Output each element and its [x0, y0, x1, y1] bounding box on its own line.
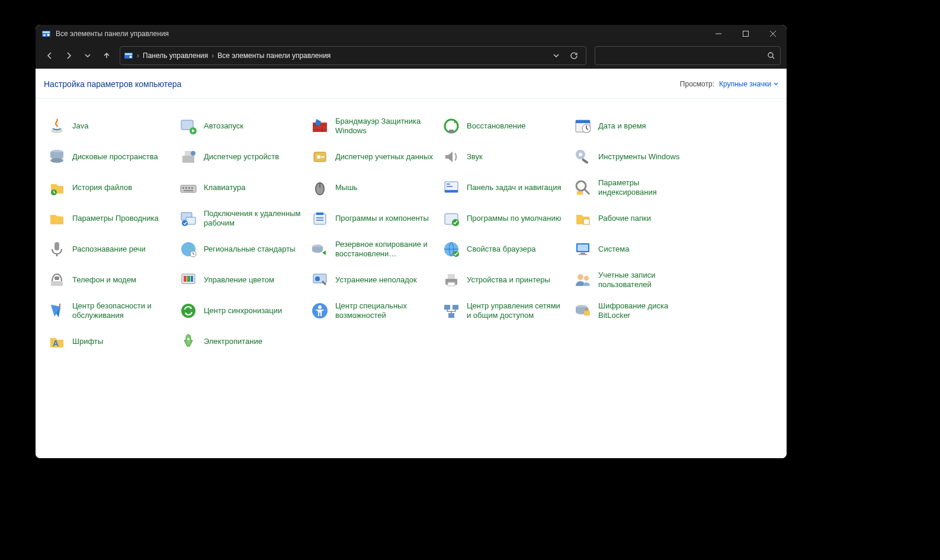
up-button[interactable]	[98, 47, 115, 64]
page-heading: Настройка параметров компьютера	[44, 79, 181, 89]
address-bar[interactable]: › Панель управления › Все элементы панел…	[120, 46, 586, 65]
control-panel-item[interactable]: Центр безопасности и обслуживания	[44, 298, 175, 324]
control-panel-item[interactable]: Программы по умолчанию	[438, 205, 570, 231]
indexing-icon	[573, 178, 592, 197]
svg-point-76	[578, 274, 583, 280]
color-management-icon	[179, 271, 198, 289]
item-label: Мышь	[335, 183, 357, 192]
control-panel-item[interactable]: Устранение неполадок	[307, 267, 438, 293]
control-panel-item[interactable]: Диспетчер учетных данных	[307, 144, 438, 170]
control-panel-icon	[124, 51, 133, 60]
autoplay-icon	[179, 117, 198, 136]
sync-center-icon	[179, 301, 198, 320]
control-panel-item[interactable]: Управление цветом	[175, 267, 307, 293]
control-panel-item[interactable]: Параметры индексирования	[570, 175, 701, 201]
svg-rect-68	[184, 276, 187, 282]
svg-rect-83	[453, 305, 458, 310]
control-panel-item[interactable]: Центр синхронизации	[175, 298, 307, 324]
search-input[interactable]	[595, 46, 781, 65]
control-panel-item[interactable]: Автозапуск	[175, 113, 307, 139]
control-panel-item[interactable]: Центр специальных возможностей	[307, 298, 438, 324]
power-options-icon	[179, 332, 198, 351]
item-label: Параметры Проводника	[72, 214, 159, 223]
titlebar: Все элементы панели управления	[36, 25, 787, 43]
view-by-dropdown[interactable]: Крупные значки	[719, 80, 778, 88]
bitlocker-icon	[573, 301, 592, 320]
recovery-icon	[442, 117, 461, 136]
refresh-button[interactable]	[566, 47, 582, 64]
control-panel-item[interactable]: История файлов	[44, 175, 175, 201]
control-panel-item[interactable]: Система	[570, 236, 701, 262]
control-panel-item[interactable]: Шифрование диска BitLocker	[570, 298, 701, 324]
control-panel-item[interactable]: Звук	[438, 144, 570, 170]
minimize-button[interactable]	[705, 25, 732, 43]
svg-rect-32	[182, 187, 184, 189]
speech-icon	[47, 240, 66, 259]
mouse-icon	[310, 178, 329, 197]
internet-options-icon	[442, 240, 461, 259]
forward-button[interactable]	[60, 47, 77, 64]
breadcrumb-root[interactable]: Панель управления	[143, 52, 208, 60]
recent-locations-button[interactable]	[79, 47, 96, 64]
svg-rect-86	[584, 311, 590, 316]
item-label: Центр синхронизации	[204, 306, 282, 316]
svg-point-28	[579, 153, 582, 156]
control-panel-item[interactable]: Дисковые пространства	[44, 144, 175, 170]
control-panel-item[interactable]: Устройства и принтеры	[438, 267, 570, 293]
item-label: Региональные стандарты	[204, 244, 295, 254]
breadcrumb-current[interactable]: Все элементы панели управления	[217, 52, 331, 60]
control-panel-item[interactable]: Региональные стандарты	[175, 236, 307, 262]
control-panel-app-icon	[41, 29, 51, 38]
control-panel-item[interactable]: Резервное копирование и восстановлени…	[307, 236, 438, 262]
control-panel-item[interactable]: Подключения к удаленным рабочим	[175, 205, 307, 231]
control-panel-item[interactable]: Java	[44, 113, 175, 139]
item-label: Шифрование диска BitLocker	[598, 301, 698, 321]
item-label: Центр безопасности и обслуживания	[72, 301, 172, 321]
fonts-icon: A	[47, 332, 66, 351]
control-panel-item[interactable]: Восстановление	[438, 113, 570, 139]
control-panel-item[interactable]: Панель задач и навигация	[438, 175, 570, 201]
svg-rect-55	[54, 242, 59, 250]
control-panel-item[interactable]: Рабочие папки	[570, 205, 701, 231]
maximize-button[interactable]	[732, 25, 759, 43]
java-icon	[47, 117, 66, 136]
back-button[interactable]	[41, 47, 58, 64]
control-panel-item[interactable]: Программы и компоненты	[307, 205, 438, 231]
svg-rect-82	[444, 305, 450, 310]
item-label: Резервное копирование и восстановлени…	[335, 240, 435, 259]
address-history-button[interactable]	[548, 47, 564, 64]
svg-rect-50	[316, 217, 323, 218]
view-by-value: Крупные значки	[719, 80, 771, 88]
control-panel-item[interactable]: Инструменты Windows	[570, 144, 701, 170]
troubleshooting-icon	[310, 271, 329, 289]
svg-rect-40	[445, 190, 458, 192]
svg-rect-17	[576, 120, 590, 123]
control-panel-item[interactable]: Учетные записи пользователей	[570, 267, 701, 293]
control-panel-item[interactable]: Электропитание	[175, 329, 307, 355]
control-panel-item[interactable]: Параметры Проводника	[44, 205, 175, 231]
item-label: Диспетчер устройств	[204, 152, 279, 162]
search-icon	[767, 52, 775, 60]
control-panel-item[interactable]: Клавиатура	[175, 175, 307, 201]
svg-rect-66	[54, 276, 59, 280]
folder-options-icon	[47, 209, 66, 228]
control-panel-item[interactable]: Диспетчер устройств	[175, 144, 307, 170]
close-button[interactable]	[759, 25, 787, 43]
svg-point-72	[315, 276, 320, 281]
control-panel-item[interactable]: Телефон и модем	[44, 267, 175, 293]
work-folders-icon	[573, 209, 592, 228]
svg-text:A: A	[53, 339, 59, 348]
control-panel-item[interactable]: Дата и время	[570, 113, 701, 139]
chevron-down-icon	[774, 82, 778, 86]
control-panel-item[interactable]: Свойства браузера	[438, 236, 570, 262]
control-panel-item[interactable]: A Шрифты	[44, 329, 175, 355]
svg-point-20	[50, 158, 63, 163]
svg-rect-29	[582, 158, 589, 164]
item-label: Центр управления сетями и общим доступом	[467, 301, 566, 321]
control-panel-item[interactable]: Мышь	[307, 175, 438, 201]
svg-point-9	[768, 53, 773, 57]
control-panel-item[interactable]: Распознавание речи	[44, 236, 175, 262]
item-label: Центр специальных возможностей	[335, 301, 435, 321]
control-panel-item[interactable]: Центр управления сетями и общим доступом	[438, 298, 570, 324]
control-panel-item[interactable]: Брандмауэр Защитника Windows	[307, 113, 438, 139]
